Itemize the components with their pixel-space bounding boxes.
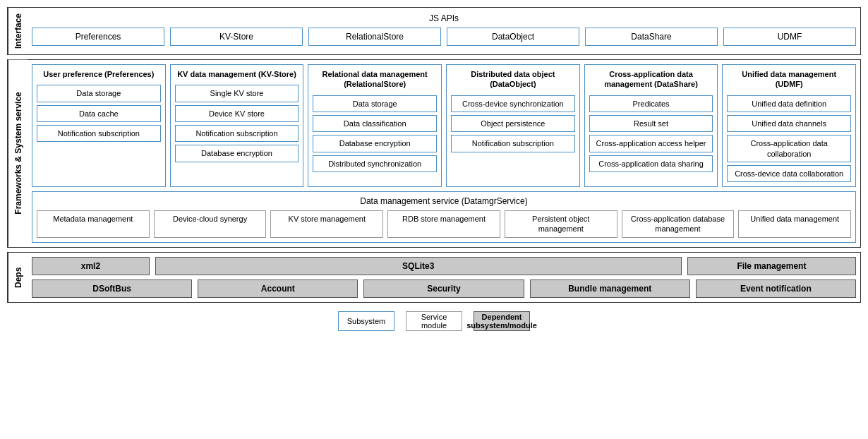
js-apis-title: JS APIs <box>32 12 856 25</box>
fw-ds-item-0: Predicates <box>589 95 713 112</box>
fw-udmf-item-0: Unified data definition <box>727 95 851 112</box>
dep-dsoftbus: DSoftBus <box>32 279 192 298</box>
fw-udmf-item-1: Unified data channels <box>727 115 851 132</box>
dmgr-item-2: KV store management <box>270 210 383 238</box>
deps-section: Deps xml2 SQLite3 File management DSoftB… <box>7 252 861 303</box>
fw-col-relational: Relational data management (RelationalSt… <box>308 64 442 187</box>
fw-kv-item-0: Single KV store <box>175 85 299 102</box>
dmgr-item-3: RDB store management <box>387 210 500 238</box>
fw-col-preferences-title: User preference (Preferences) <box>37 69 161 79</box>
deps-content: xml2 SQLite3 File management DSoftBus Ac… <box>28 253 860 302</box>
deps-row1: xml2 SQLite3 File management <box>32 257 856 275</box>
dmgr-item-1: Device-cloud synergy <box>154 210 267 238</box>
legend-service-box: Service module <box>406 311 462 331</box>
dep-security: Security <box>363 279 524 298</box>
fw-col-udmf: Unified data management (UDMF) Unified d… <box>722 64 856 187</box>
interface-box-relationalstore[interactable]: RelationalStore <box>308 28 441 46</box>
fw-col-datashare-title: Cross-application data management (DataS… <box>589 69 713 90</box>
fw-ds-item-3: Cross-application data sharing <box>589 155 713 172</box>
data-mgr-box: Data management service (DatamgrService)… <box>32 191 856 243</box>
dmgr-item-0: Metadata management <box>37 210 150 238</box>
dep-event-notif: Event notification <box>696 279 856 298</box>
interface-content: JS APIs Preferences KV-Store RelationalS… <box>28 8 860 54</box>
main-container: Interface JS APIs Preferences KV-Store R… <box>7 7 861 432</box>
frameworks-label: Frameworks & System service <box>8 60 28 247</box>
dep-file-mgmt: File management <box>687 257 856 275</box>
fw-col-kvstore: KV data management (KV-Store) Single KV … <box>170 64 304 187</box>
deps-label: Deps <box>8 253 28 302</box>
dep-sqlite3: SQLite3 <box>155 257 682 275</box>
dep-xml2: xml2 <box>32 257 150 275</box>
legend-item-service: Service module <box>406 311 462 331</box>
frameworks-section: Frameworks & System service User prefere… <box>7 59 861 248</box>
fw-ds-item-2: Cross-application access helper <box>589 135 713 152</box>
fw-ds-item-1: Result set <box>589 115 713 132</box>
fw-do-item-2: Notification subscription <box>451 135 575 152</box>
frameworks-top: User preference (Preferences) Data stora… <box>32 64 856 187</box>
fw-pref-item-1: Data cache <box>37 105 161 122</box>
fw-col-datashare: Cross-application data management (DataS… <box>584 64 718 187</box>
dep-account: Account <box>198 279 358 298</box>
interface-box-udmf[interactable]: UDMF <box>723 28 856 46</box>
dep-bundle-mgmt: Bundle management <box>530 279 690 298</box>
fw-udmf-item-3: Cross-device data collaboration <box>727 165 851 182</box>
dmgr-item-5: Cross-application database management <box>622 210 735 238</box>
deps-row2: DSoftBus Account Security Bundle managem… <box>32 279 856 298</box>
data-mgr-items: Metadata management Device-cloud synergy… <box>37 210 851 238</box>
interface-box-preferences[interactable]: Preferences <box>32 28 164 46</box>
fw-col-udmf-title: Unified data management (UDMF) <box>727 69 851 90</box>
fw-udmf-item-2: Cross-application data collaboration <box>727 135 851 162</box>
frameworks-content: User preference (Preferences) Data stora… <box>28 60 860 247</box>
interface-boxes-row: Preferences KV-Store RelationalStore Dat… <box>32 28 856 46</box>
legend-subsystem-box: Subsystem <box>338 311 394 331</box>
fw-rel-item-1: Data classification <box>313 115 437 132</box>
frameworks-inner: User preference (Preferences) Data stora… <box>32 64 856 243</box>
data-mgr-title: Data management service (DatamgrService) <box>37 196 851 206</box>
interface-section: Interface JS APIs Preferences KV-Store R… <box>7 7 861 55</box>
fw-kv-item-2: Notification subscription <box>175 125 299 142</box>
fw-rel-item-0: Data storage <box>313 95 437 112</box>
fw-pref-item-2: Notification subscription <box>37 125 161 142</box>
fw-col-kvstore-title: KV data management (KV-Store) <box>175 69 299 79</box>
dmgr-item-6: Unified data management <box>738 210 851 238</box>
legend-dependent-box: Dependent subsystem/module <box>474 311 530 331</box>
dmgr-item-4: Persistent object management <box>505 210 617 238</box>
interface-box-kvstore[interactable]: KV-Store <box>170 28 303 46</box>
fw-rel-item-2: Database encryption <box>313 135 437 152</box>
fw-col-dataobject-title: Distributed data object (DataObject) <box>451 69 575 90</box>
legend: Subsystem Service module Dependent subsy… <box>7 311 861 331</box>
legend-item-dependent: Dependent subsystem/module <box>474 311 530 331</box>
fw-do-item-0: Cross-device synchronization <box>451 95 575 112</box>
interface-label: Interface <box>8 8 28 54</box>
fw-kv-item-3: Database encryption <box>175 145 299 162</box>
fw-col-dataobject: Distributed data object (DataObject) Cro… <box>446 64 580 187</box>
interface-box-datashare[interactable]: DataShare <box>585 28 718 46</box>
fw-pref-item-0: Data storage <box>37 85 161 102</box>
fw-rel-item-3: Distributed synchronization <box>313 155 437 172</box>
interface-box-dataobject[interactable]: DataObject <box>447 28 579 46</box>
fw-col-preferences: User preference (Preferences) Data stora… <box>32 64 166 187</box>
fw-do-item-1: Object persistence <box>451 115 575 132</box>
fw-kv-item-1: Device KV store <box>175 105 299 122</box>
fw-col-relational-title: Relational data management (RelationalSt… <box>313 69 437 90</box>
legend-item-subsystem: Subsystem <box>338 311 394 331</box>
